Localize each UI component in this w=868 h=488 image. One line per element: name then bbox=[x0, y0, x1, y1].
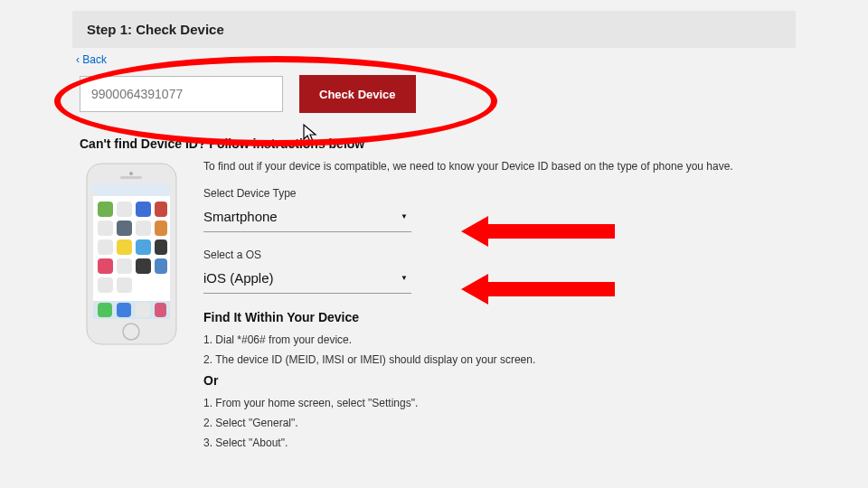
svg-rect-28 bbox=[155, 303, 166, 317]
svg-rect-15 bbox=[117, 239, 132, 255]
chevron-down-icon: ▼ bbox=[401, 212, 408, 221]
svg-rect-4 bbox=[120, 176, 142, 179]
device-type-select[interactable]: Smartphone ▼ bbox=[203, 205, 411, 232]
svg-rect-17 bbox=[155, 239, 167, 255]
os-label: Select a OS bbox=[203, 249, 796, 261]
phone-illustration bbox=[80, 160, 184, 456]
svg-rect-8 bbox=[136, 202, 151, 217]
os-select[interactable]: iOS (Apple) ▼ bbox=[203, 267, 411, 294]
svg-rect-9 bbox=[155, 202, 167, 217]
dial-step-1: 1. Dial *#06# from your device. bbox=[203, 333, 796, 346]
svg-rect-14 bbox=[98, 239, 113, 255]
svg-rect-22 bbox=[98, 277, 113, 293]
check-device-button[interactable]: Check Device bbox=[299, 75, 416, 113]
svg-rect-20 bbox=[136, 258, 151, 274]
step-header: Step 1: Check Device bbox=[72, 11, 796, 48]
svg-rect-21 bbox=[155, 258, 167, 274]
svg-rect-2 bbox=[93, 183, 170, 196]
os-value: iOS (Apple) bbox=[203, 270, 274, 286]
device-type-value: Smartphone bbox=[203, 209, 278, 224]
svg-rect-26 bbox=[117, 303, 131, 317]
device-id-input[interactable] bbox=[80, 76, 283, 112]
find-it-heading: Find It Within Your Device bbox=[203, 310, 796, 324]
cant-find-heading: Can't find Device ID? Follow instruction… bbox=[72, 136, 796, 151]
dial-step-2: 2. The device ID (MEID, IMSI or IMEI) sh… bbox=[203, 353, 796, 366]
svg-rect-10 bbox=[98, 221, 113, 236]
svg-rect-16 bbox=[136, 239, 151, 255]
chevron-down-icon: ▼ bbox=[401, 274, 408, 282]
device-id-row: Check Device bbox=[72, 75, 796, 113]
svg-rect-25 bbox=[98, 303, 112, 317]
svg-rect-23 bbox=[117, 277, 132, 293]
svg-rect-7 bbox=[117, 202, 132, 217]
settings-step-1: 1. From your home screen, select "Settin… bbox=[203, 397, 796, 409]
svg-rect-13 bbox=[155, 221, 167, 236]
svg-rect-11 bbox=[117, 221, 132, 236]
back-link[interactable]: Back bbox=[72, 48, 107, 75]
intro-text: To find out if your device is compatible… bbox=[203, 160, 796, 173]
svg-point-3 bbox=[129, 172, 133, 175]
svg-rect-18 bbox=[98, 258, 113, 274]
settings-step-3: 3. Select "About". bbox=[203, 436, 796, 449]
svg-rect-6 bbox=[98, 202, 113, 217]
device-type-label: Select Device Type bbox=[203, 187, 796, 200]
svg-rect-12 bbox=[136, 221, 151, 236]
or-heading: Or bbox=[203, 373, 796, 388]
svg-rect-27 bbox=[136, 303, 150, 317]
settings-step-2: 2. Select "General". bbox=[203, 417, 796, 429]
svg-rect-19 bbox=[117, 258, 132, 274]
